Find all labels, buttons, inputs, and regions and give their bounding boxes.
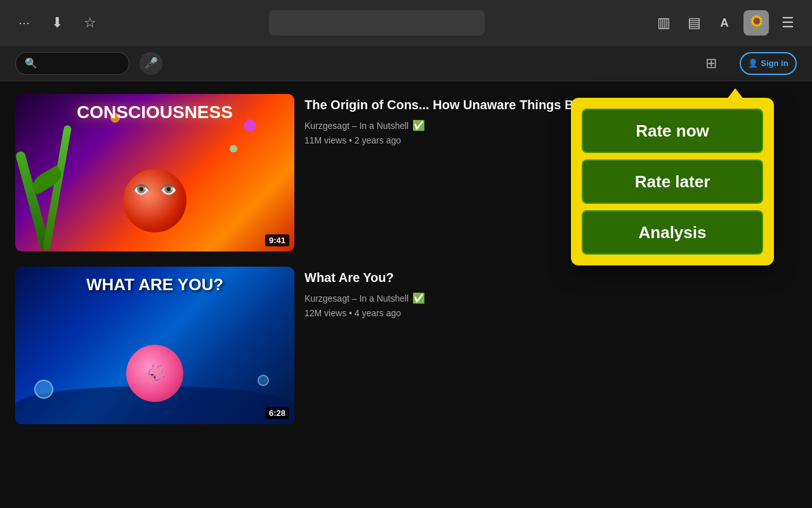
video-duration: 9:41 [265, 234, 289, 246]
pocket-icon: ⬇ [51, 15, 63, 31]
verified-icon: ✅ [412, 119, 425, 131]
video-age: 4 years ago [355, 308, 401, 318]
youtube-nav-bar: 🔍 🎤 ⊞ 👤 Sign in [0, 46, 812, 81]
sign-in-label: Sign in [761, 58, 788, 68]
account-icon: A [721, 17, 729, 30]
grid-icon: ⊞ [705, 55, 717, 71]
sunflower-extension-button[interactable]: 🌻 [743, 10, 769, 36]
video-stats: 12M views • 4 years ago [304, 308, 797, 318]
channel-info: Kurzgesagt – In a Nutshell ✅ [304, 292, 797, 304]
analysis-button[interactable]: Analysis [582, 210, 763, 255]
address-bar-area [102, 10, 652, 36]
thumb-title-text: WHAT ARE YOU? [81, 270, 228, 299]
library-button[interactable]: ▥ [652, 11, 675, 34]
person-icon: 👤 [748, 58, 758, 68]
search-icon: 🔍 [25, 57, 37, 69]
star-icon: ☆ [84, 15, 96, 31]
grid-view-icon[interactable]: ⊞ [705, 55, 717, 72]
youtube-page: 🔍 🎤 ⊞ 👤 Sign in [0, 46, 812, 508]
video-item: WHAT ARE YOU? 🦑 6:28 What Are You? Kurzg… [15, 267, 797, 424]
video-duration: 6:28 [265, 407, 289, 419]
sidebar-button[interactable]: ▤ [683, 11, 705, 34]
view-count: 12M views [304, 308, 346, 318]
channel-name[interactable]: Kurzgesagt – In a Nutshell [304, 293, 409, 304]
dots-icon: ⋯ [18, 16, 30, 30]
separator: • [349, 135, 355, 145]
account-button[interactable]: A [713, 11, 736, 34]
separator: • [349, 308, 355, 318]
pocket-button[interactable]: ⬇ [46, 11, 69, 34]
browser-chrome: ⋯ ⬇ ☆ ▥ ▤ A 🌻 ☰ [0, 0, 812, 46]
video-thumbnail[interactable]: WHAT ARE YOU? 🦑 6:28 [15, 267, 294, 424]
more-options-button[interactable]: ⋯ [13, 11, 36, 34]
creature-decoration: 🦑 [126, 345, 183, 402]
hamburger-icon: ☰ [782, 15, 794, 31]
mic-button[interactable]: 🎤 [140, 52, 162, 75]
video-metadata: What Are You? Kurzgesagt – In a Nutshell… [304, 267, 797, 318]
bookmark-button[interactable]: ☆ [79, 11, 102, 34]
channel-name[interactable]: Kurzgesagt – In a Nutshell [304, 121, 409, 131]
video-title[interactable]: What Are You? [304, 269, 797, 286]
rate-later-button[interactable]: Rate later [582, 159, 763, 204]
hamburger-menu-button[interactable]: ☰ [776, 11, 799, 34]
video-thumbnail[interactable]: CONSCIOUSNESS 9:41 [15, 94, 294, 251]
sidebar-icon: ▤ [688, 15, 701, 31]
browser-left-controls: ⋯ ⬇ ☆ [13, 11, 102, 34]
rate-now-button[interactable]: Rate now [582, 109, 763, 153]
rating-popup: Rate now Rate later Analysis [571, 98, 774, 265]
sign-in-button[interactable]: 👤 Sign in [740, 52, 797, 75]
thumb-title-text: CONSCIOUSNESS [72, 97, 238, 127]
library-icon: ▥ [657, 15, 671, 31]
verified-icon: ✅ [412, 292, 425, 304]
address-bar [269, 10, 485, 36]
sunflower-icon: 🌻 [748, 15, 765, 31]
video-age: 2 years ago [355, 135, 401, 145]
creature-decoration [123, 169, 187, 232]
browser-right-controls: ▥ ▤ A 🌻 ☰ [652, 10, 799, 36]
microphone-icon: 🎤 [145, 57, 158, 70]
search-box[interactable]: 🔍 [15, 52, 129, 75]
view-count: 11M views [304, 135, 346, 145]
